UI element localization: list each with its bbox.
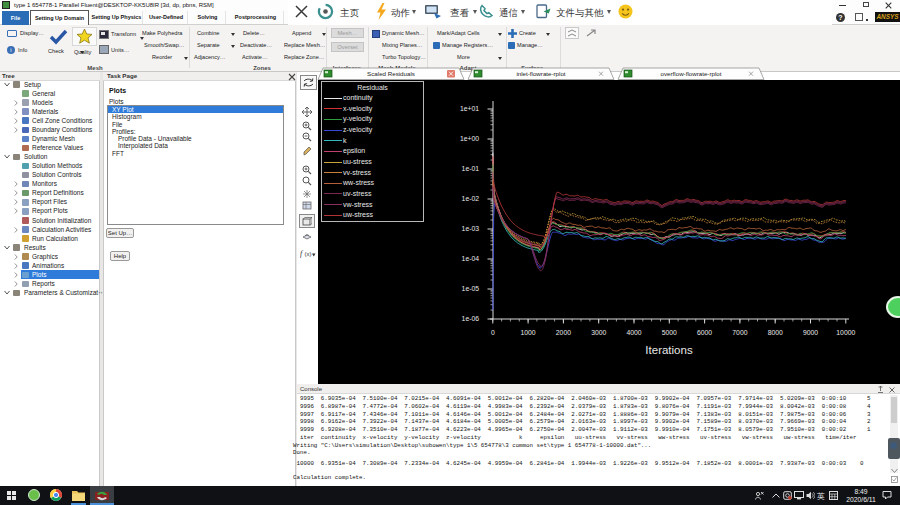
svg-text:1e-02: 1e-02: [462, 195, 480, 202]
svg-text:1e+01: 1e+01: [460, 105, 479, 112]
svg-text:1e-03: 1e-03: [462, 225, 480, 232]
svg-text:2000: 2000: [556, 329, 571, 336]
svg-text:1e-06: 1e-06: [462, 315, 480, 322]
svg-text:5000: 5000: [662, 329, 677, 336]
svg-text:1e-01: 1e-01: [462, 165, 480, 172]
svg-text:Scaled Residuals: Scaled Residuals: [367, 70, 415, 77]
svg-text:7000: 7000: [732, 329, 747, 336]
svg-text:8000: 8000: [768, 329, 783, 336]
svg-text:0: 0: [491, 329, 495, 336]
svg-text:f: f: [300, 249, 304, 258]
svg-text:9000: 9000: [803, 329, 818, 336]
svg-text:inlet-flowrate-rplot: inlet-flowrate-rplot: [516, 70, 565, 77]
svg-text:6000: 6000: [697, 329, 712, 336]
svg-text:10000: 10000: [836, 329, 855, 336]
svg-text:Iterations: Iterations: [645, 344, 693, 356]
svg-text:1e-05: 1e-05: [462, 285, 480, 292]
svg-text:1e-04: 1e-04: [462, 255, 480, 262]
svg-text:(x): (x): [305, 251, 312, 257]
svg-text:3000: 3000: [591, 329, 606, 336]
svg-text:1e+00: 1e+00: [460, 135, 479, 142]
svg-text:1000: 1000: [521, 329, 536, 336]
svg-text:overflow-flowrate-rplot: overflow-flowrate-rplot: [661, 70, 722, 77]
svg-text:4000: 4000: [626, 329, 641, 336]
